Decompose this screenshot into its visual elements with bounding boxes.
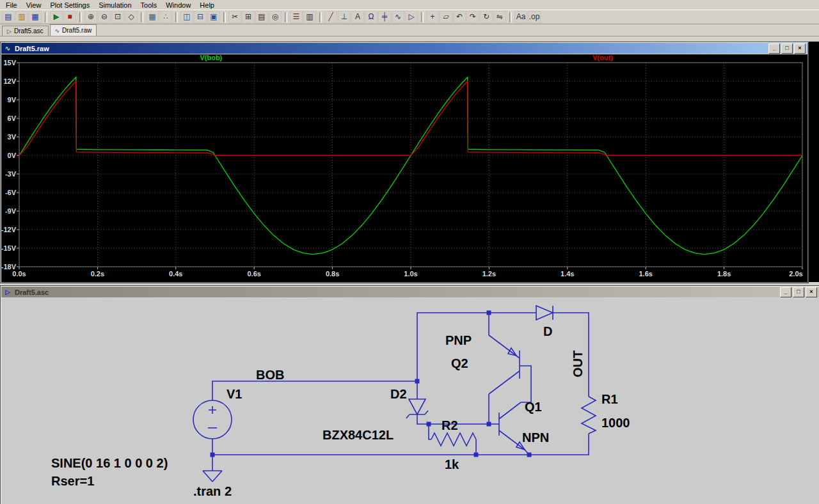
value-d2[interactable]: BZX84C12L — [322, 428, 394, 442]
value-v1-sine[interactable]: SINE(0 16 1 0 0 0 2) — [51, 456, 168, 470]
diode-d[interactable] — [536, 306, 553, 320]
menu-file[interactable]: File — [1, 1, 22, 9]
wire-icon[interactable]: ╱ — [324, 11, 337, 23]
type-q1[interactable]: NPN — [522, 430, 549, 445]
net-label-out[interactable]: OUT — [571, 350, 585, 377]
toolbar-separator — [45, 12, 47, 22]
inductor-icon[interactable]: ∿ — [392, 11, 404, 23]
menu-simulation[interactable]: Simulation — [94, 1, 136, 9]
refdes-q1[interactable]: Q1 — [525, 400, 542, 414]
pnp-transistor-q2[interactable] — [489, 335, 520, 394]
tab-draft5-raw[interactable]: ∿Draft5.raw — [50, 24, 97, 36]
control-panel-icon[interactable]: ☰ — [290, 11, 303, 23]
resistor-icon[interactable]: Ω — [365, 11, 378, 23]
schematic-svg[interactable]: BOBV1SINE(0 16 1 0 0 0 2)Rser=1.tran 2D2… — [1, 298, 819, 504]
spice-directive-icon[interactable]: .op — [528, 11, 541, 23]
waveform-minimize-button[interactable]: _ — [768, 43, 780, 54]
menu-help[interactable]: Help — [195, 1, 219, 9]
cascade-icon[interactable]: ▣ — [207, 11, 220, 23]
print-icon[interactable]: ▥ — [303, 11, 316, 23]
schematic-labels: BOBV1SINE(0 16 1 0 0 0 2)Rser=1.tran 2D2… — [51, 324, 630, 498]
schematic-window-buttons: _ □ × — [780, 287, 817, 297]
menu-plot-settings[interactable]: Plot Settings — [45, 1, 94, 9]
value-r2[interactable]: 1k — [445, 457, 459, 471]
zoom-extents-icon[interactable]: ⊡ — [111, 11, 124, 23]
x-tick-label: 0.0s — [12, 270, 26, 278]
value-r1[interactable]: 1000 — [601, 416, 630, 430]
type-q2[interactable]: PNP — [445, 333, 472, 347]
schematic-maximize-button[interactable]: □ — [793, 287, 804, 297]
y-tick-label: -12V — [1, 226, 17, 233]
resistor-r1[interactable] — [582, 397, 596, 434]
junction-node — [527, 453, 532, 457]
trace-label-v-out[interactable]: V(out) — [592, 54, 613, 61]
save-icon[interactable]: ▦ — [29, 11, 42, 23]
voltage-source-v1[interactable] — [193, 400, 232, 439]
spice-directive-tran[interactable]: .tran 2 — [193, 484, 232, 498]
net-label-bob[interactable]: BOB — [256, 368, 284, 382]
mdi-background — [807, 42, 819, 282]
x-tick-label: 1.4s — [561, 270, 574, 278]
waveform-close-button[interactable]: × — [794, 43, 806, 54]
tile-horizontal-icon[interactable]: ◫ — [180, 11, 193, 23]
zoom-back-icon[interactable]: ⊖ — [98, 11, 111, 23]
grid-icon[interactable]: ▦ — [146, 11, 159, 23]
x-tick-label: 1.0s — [404, 270, 417, 278]
mark-data-points-icon[interactable]: ∴ — [159, 11, 172, 23]
junction-node — [487, 311, 491, 315]
cut-icon[interactable]: ✂ — [228, 11, 241, 23]
refdes-d[interactable]: D — [543, 324, 552, 338]
waveform-chart[interactable]: 15V12V9V6V3V0V-3V-6V-9V-12V-15V-18V0.0s0… — [1, 54, 807, 282]
label-net-icon[interactable]: A — [351, 11, 364, 23]
resistor-r2[interactable] — [431, 433, 476, 446]
schematic-titlebar[interactable]: ▷ Draft5.asc _ □ × — [1, 287, 819, 297]
zoom-area-icon[interactable]: ⊕ — [84, 11, 97, 23]
pan-icon[interactable]: ◇ — [125, 11, 138, 23]
zener-diode-d2[interactable] — [406, 399, 428, 418]
waveform-maximize-button[interactable]: □ — [781, 43, 793, 54]
ground-icon[interactable]: ⊥ — [338, 11, 351, 23]
schematic-minimize-button[interactable]: _ — [780, 287, 791, 297]
open-icon[interactable]: ▥ — [15, 11, 28, 23]
rotate-icon[interactable]: ↻ — [480, 11, 493, 23]
drag-icon[interactable]: ▱ — [440, 11, 452, 23]
schematic-canvas[interactable]: BOBV1SINE(0 16 1 0 0 0 2)Rser=1.tran 2D2… — [1, 298, 819, 504]
waveform-titlebar[interactable]: ∿ Draft5.raw _ □ × — [1, 43, 807, 54]
redo-icon[interactable]: ↷ — [466, 11, 479, 23]
menu-tools[interactable]: Tools — [136, 1, 162, 9]
run-icon[interactable]: ▶ — [50, 11, 63, 23]
y-tick-label: -6V — [5, 189, 17, 196]
capacitor-icon[interactable]: ╪ — [378, 11, 391, 23]
text-icon[interactable]: Aa — [514, 11, 527, 23]
mirror-icon[interactable]: ⇋ — [493, 11, 506, 23]
trace-label-v-bob[interactable]: V(bob) — [200, 54, 222, 61]
diode-icon[interactable]: ▷ — [405, 11, 418, 23]
undo-icon[interactable]: ↶ — [453, 11, 466, 23]
y-tick-label: -3V — [5, 170, 17, 178]
find-icon[interactable]: ◎ — [269, 11, 282, 23]
ground-symbol[interactable] — [203, 455, 222, 482]
menu-view[interactable]: View — [22, 1, 46, 9]
toolbar-separator — [79, 12, 82, 22]
plot-border — [19, 63, 802, 267]
value-v1-rser[interactable]: Rser=1 — [51, 474, 94, 488]
toolbar-separator — [175, 12, 178, 22]
tab-draft5-asc[interactable]: ▷Draft5.asc — [2, 26, 49, 36]
menubar: FileViewPlot SettingsSimulationToolsWind… — [0, 0, 819, 10]
move-icon[interactable]: + — [426, 11, 439, 23]
refdes-r1[interactable]: R1 — [601, 392, 618, 406]
copy-icon[interactable]: ⊞ — [242, 11, 255, 23]
new-schematic-icon[interactable]: ▤ — [2, 11, 15, 23]
schematic-close-button[interactable]: × — [806, 287, 817, 297]
schematic-window-icon: ▷ — [3, 288, 12, 295]
toolbar: ▤▥▦▶■⊕⊖⊡◇▦∴◫⊟▣✂⊞▤◎☰▥╱⊥AΩ╪∿▷+▱↶↷↻⇋Aa.op — [0, 10, 819, 24]
refdes-v1[interactable]: V1 — [227, 387, 242, 401]
refdes-r2[interactable]: R2 — [441, 418, 458, 432]
menu-window[interactable]: Window — [161, 1, 195, 9]
paste-icon[interactable]: ▤ — [255, 11, 268, 23]
refdes-q2[interactable]: Q2 — [451, 356, 468, 370]
refdes-d2[interactable]: D2 — [390, 387, 407, 401]
halt-icon[interactable]: ■ — [63, 11, 76, 23]
tile-vertical-icon[interactable]: ⊟ — [194, 11, 207, 23]
waveform-plot-pane[interactable]: 15V12V9V6V3V0V-3V-6V-9V-12V-15V-18V0.0s0… — [1, 54, 807, 282]
